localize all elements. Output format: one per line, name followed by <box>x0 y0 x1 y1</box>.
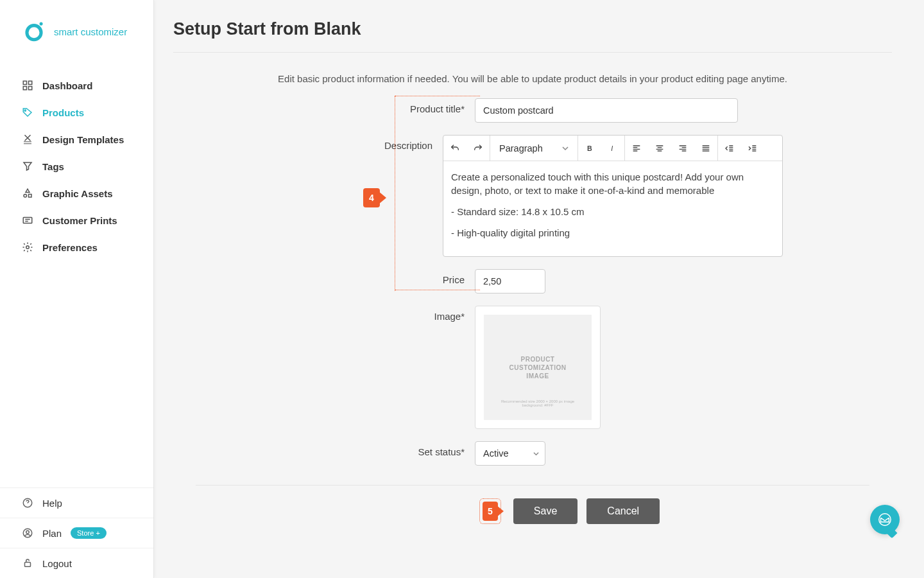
gear-icon <box>22 241 33 253</box>
sidebar-item-design-templates[interactable]: Design Templates <box>0 126 153 153</box>
step-badge-5: 5 <box>483 502 498 521</box>
rich-text-editor: Paragraph B I <box>443 135 783 257</box>
svg-point-6 <box>24 110 26 111</box>
description-paragraph: - High-quality digital printing <box>451 226 774 240</box>
editor-content[interactable]: Create a personalized touch with this un… <box>443 161 782 256</box>
svg-rect-2 <box>23 81 26 84</box>
product-title-input[interactable] <box>475 98 738 123</box>
user-icon <box>22 527 33 539</box>
plan-link[interactable]: Plan Store + <box>0 518 153 548</box>
svg-rect-3 <box>29 81 32 84</box>
sidebar: smart customizer Dashboard Products Desi… <box>0 0 154 578</box>
redo-button[interactable] <box>466 136 490 161</box>
logo[interactable]: smart customizer <box>0 0 153 60</box>
image-upload[interactable]: PRODUCT CUSTOMIZATION IMAGE Recommended … <box>475 306 601 429</box>
svg-rect-14 <box>25 563 31 567</box>
description-label: Description <box>282 135 443 151</box>
sidebar-item-products[interactable]: Products <box>0 99 153 126</box>
indent-button[interactable] <box>741 136 764 161</box>
mail-icon <box>878 512 892 527</box>
align-right-button[interactable] <box>671 136 694 161</box>
sidebar-item-label: Tags <box>42 161 64 172</box>
help-label: Help <box>42 498 62 509</box>
intro-text: Edit basic product information if needed… <box>173 73 892 84</box>
sidebar-item-dashboard[interactable]: Dashboard <box>0 72 153 99</box>
description-paragraph: Create a personalized touch with this un… <box>451 170 774 197</box>
svg-text:I: I <box>611 144 613 152</box>
block-format-select[interactable]: Paragraph <box>490 143 578 153</box>
logout-icon <box>22 557 33 569</box>
shapes-icon <box>22 188 33 199</box>
sidebar-item-label: Preferences <box>42 242 98 253</box>
editor-toolbar: Paragraph B I <box>443 136 782 161</box>
sidebar-item-preferences[interactable]: Preferences <box>0 234 153 261</box>
help-icon <box>22 497 33 509</box>
image-placeholder-hint: Recommended size 2000 × 2000 px image ba… <box>484 399 592 407</box>
image-label: Image* <box>282 306 475 322</box>
form-actions: 5 Save Cancel <box>282 498 783 524</box>
italic-button[interactable]: I <box>601 136 624 161</box>
svg-rect-5 <box>29 87 32 90</box>
svg-rect-4 <box>23 87 26 90</box>
block-format-value: Paragraph <box>499 143 543 153</box>
undo-button[interactable] <box>443 136 466 161</box>
logo-icon <box>23 21 45 42</box>
sidebar-item-tags[interactable]: Tags <box>0 153 153 180</box>
chat-fab[interactable] <box>870 505 900 534</box>
svg-point-10 <box>26 246 30 249</box>
sidebar-item-graphic-assets[interactable]: Graphic Assets <box>0 180 153 207</box>
save-button[interactable]: Save <box>513 498 578 524</box>
bold-button[interactable]: B <box>578 136 601 161</box>
align-justify-button[interactable] <box>694 136 717 161</box>
status-select[interactable]: Active <box>475 441 545 466</box>
outdent-button[interactable] <box>718 136 741 161</box>
sidebar-item-label: Customer Prints <box>42 215 117 226</box>
page-title: Setup Start from Blank <box>173 19 892 39</box>
status-value: Active <box>483 448 509 459</box>
logo-text: smart customizer <box>54 26 127 37</box>
product-title-label: Product title* <box>282 98 475 114</box>
align-left-button[interactable] <box>625 136 648 161</box>
chevron-down-icon <box>562 145 569 152</box>
price-label: Price <box>282 269 475 285</box>
svg-point-0 <box>27 26 41 40</box>
svg-point-13 <box>26 530 30 534</box>
image-placeholder-title: PRODUCT CUSTOMIZATION IMAGE <box>509 355 567 380</box>
svg-rect-8 <box>29 195 32 198</box>
cancel-button[interactable]: Cancel <box>586 498 660 524</box>
svg-rect-9 <box>23 218 32 223</box>
main-nav: Dashboard Products Design Templates Tags… <box>0 60 153 487</box>
plan-label: Plan <box>42 528 62 539</box>
divider <box>173 52 892 53</box>
sidebar-item-label: Graphic Assets <box>42 188 113 199</box>
templates-icon <box>22 134 33 145</box>
plan-badge: Store + <box>71 527 107 539</box>
sidebar-item-label: Design Templates <box>42 134 124 145</box>
step-badge-4: 4 <box>363 188 380 207</box>
svg-point-7 <box>24 195 27 198</box>
prints-icon <box>22 215 33 226</box>
main-content: Setup Start from Blank Edit basic produc… <box>154 0 924 578</box>
help-link[interactable]: Help <box>0 488 153 518</box>
tag-icon <box>22 107 33 118</box>
logout-label: Logout <box>42 558 72 569</box>
sidebar-item-customer-prints[interactable]: Customer Prints <box>0 207 153 234</box>
filter-icon <box>22 161 33 172</box>
align-center-button[interactable] <box>648 136 671 161</box>
price-input[interactable] <box>475 269 545 293</box>
svg-point-1 <box>40 22 43 26</box>
bottom-nav: Help Plan Store + Logout <box>0 487 153 578</box>
product-form: 4 Product title* Description <box>282 98 783 466</box>
svg-text:B: B <box>587 144 592 152</box>
footer-divider <box>196 485 869 486</box>
description-paragraph: - Standard size: 14.8 x 10.5 cm <box>451 205 774 218</box>
image-placeholder-content: PRODUCT CUSTOMIZATION IMAGE Recommended … <box>484 315 592 420</box>
logout-link[interactable]: Logout <box>0 548 153 578</box>
sidebar-item-label: Products <box>42 107 84 118</box>
dashboard-icon <box>22 80 33 91</box>
sidebar-item-label: Dashboard <box>42 80 92 91</box>
status-label: Set status* <box>282 441 475 457</box>
